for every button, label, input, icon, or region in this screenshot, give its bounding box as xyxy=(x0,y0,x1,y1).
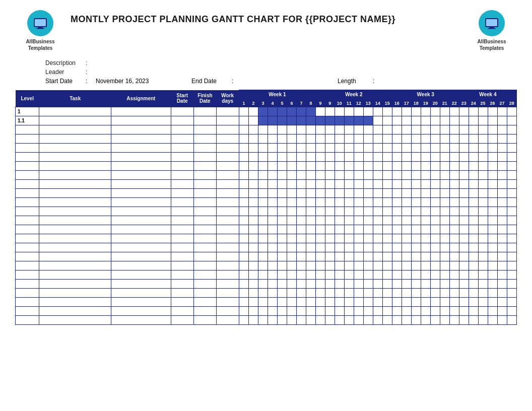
cell-task xyxy=(39,134,111,144)
cell-finish xyxy=(193,125,216,134)
cell-start xyxy=(171,171,193,180)
cell-day-3 xyxy=(268,153,277,162)
header-task: Task xyxy=(39,90,111,107)
cell-day-13 xyxy=(363,316,373,325)
cell-task xyxy=(39,189,111,198)
cell-day-23 xyxy=(459,134,469,144)
cell-day-23 xyxy=(459,298,469,307)
table-row xyxy=(16,162,517,171)
cell-day-10 xyxy=(335,125,344,134)
day-header-6: 7 xyxy=(296,99,306,107)
cell-day-1 xyxy=(249,162,258,171)
cell-day-10 xyxy=(335,134,344,144)
cell-finish xyxy=(193,189,216,198)
cell-day-9 xyxy=(325,134,335,144)
table-row xyxy=(16,316,517,325)
cell-day-8 xyxy=(315,162,325,171)
day-header-8: 9 xyxy=(315,99,325,107)
cell-assignment xyxy=(111,134,171,144)
table-row xyxy=(16,144,517,153)
cell-day-0 xyxy=(239,252,249,261)
cell-day-5 xyxy=(287,153,296,162)
cell-finish xyxy=(193,280,216,289)
gantt-table: Level Task Assignment Start Date Finish … xyxy=(15,90,517,325)
cell-day-21 xyxy=(440,280,449,289)
cell-day-25 xyxy=(478,307,488,316)
cell-day-11 xyxy=(344,162,354,171)
cell-day-26 xyxy=(488,270,497,280)
cell-day-8 xyxy=(315,316,325,325)
cell-start xyxy=(171,153,193,162)
cell-finish xyxy=(193,270,216,280)
cell-day-16 xyxy=(392,144,402,153)
cell-day-8 xyxy=(315,134,325,144)
table-row xyxy=(16,307,517,316)
day-header-10: 10 xyxy=(335,99,344,107)
cell-day-20 xyxy=(430,162,440,171)
cell-day-7 xyxy=(306,261,315,270)
cell-day-4 xyxy=(277,134,287,144)
cell-day-14 xyxy=(373,225,382,234)
cell-day-6 xyxy=(296,153,306,162)
cell-work xyxy=(216,162,239,171)
cell-day-28 xyxy=(507,307,516,316)
cell-work xyxy=(216,198,239,207)
table-row xyxy=(16,180,517,189)
cell-day-11 xyxy=(344,289,354,298)
logo-right: AllBusiness Templates xyxy=(467,10,517,51)
cell-day-9 xyxy=(325,280,335,289)
cell-day-15 xyxy=(382,234,392,243)
cell-day-11 xyxy=(344,252,354,261)
cell-day-12 xyxy=(354,180,363,189)
cell-day-12 xyxy=(354,207,363,216)
cell-day-10 xyxy=(335,216,344,225)
table-row xyxy=(16,216,517,225)
cell-day-18 xyxy=(411,270,421,280)
cell-day-13 xyxy=(363,189,373,198)
cell-day-28 xyxy=(507,171,516,180)
cell-day-5 xyxy=(287,216,296,225)
cell-day-2 xyxy=(258,216,268,225)
cell-day-1 xyxy=(249,125,258,134)
table-row: 1 xyxy=(16,107,517,116)
cell-day-9 xyxy=(325,261,335,270)
cell-day-1 xyxy=(249,189,258,198)
cell-day-3 xyxy=(268,216,277,225)
cell-day-1 xyxy=(249,270,258,280)
cell-day-19 xyxy=(421,171,430,180)
cell-day-3 xyxy=(268,162,277,171)
table-row xyxy=(16,207,517,216)
cell-day-4 xyxy=(277,225,287,234)
cell-day-23 xyxy=(459,261,469,270)
cell-assignment xyxy=(111,144,171,153)
cell-day-16 xyxy=(392,171,402,180)
cell-work xyxy=(216,252,239,261)
cell-start xyxy=(171,134,193,144)
cell-work xyxy=(216,225,239,234)
cell-start xyxy=(171,144,193,153)
cell-task xyxy=(39,207,111,216)
cell-day-14 xyxy=(373,189,382,198)
cell-day-2 xyxy=(258,116,268,125)
cell-day-23 xyxy=(459,107,469,116)
cell-day-2 xyxy=(258,289,268,298)
cell-day-2 xyxy=(258,144,268,153)
cell-day-14 xyxy=(373,307,382,316)
cell-day-17 xyxy=(402,234,411,243)
cell-day-14 xyxy=(373,125,382,134)
cell-day-13 xyxy=(363,207,373,216)
cell-work xyxy=(216,144,239,153)
cell-day-27 xyxy=(497,307,507,316)
cell-day-28 xyxy=(507,316,516,325)
description-colon: : xyxy=(86,59,96,66)
cell-day-20 xyxy=(430,252,440,261)
cell-day-8 xyxy=(315,243,325,252)
cell-day-16 xyxy=(392,189,402,198)
cell-day-9 xyxy=(325,162,335,171)
cell-day-7 xyxy=(306,116,315,125)
cell-day-7 xyxy=(306,171,315,180)
cell-task xyxy=(39,234,111,243)
cell-day-24 xyxy=(469,198,478,207)
cell-day-27 xyxy=(497,153,507,162)
cell-work xyxy=(216,307,239,316)
